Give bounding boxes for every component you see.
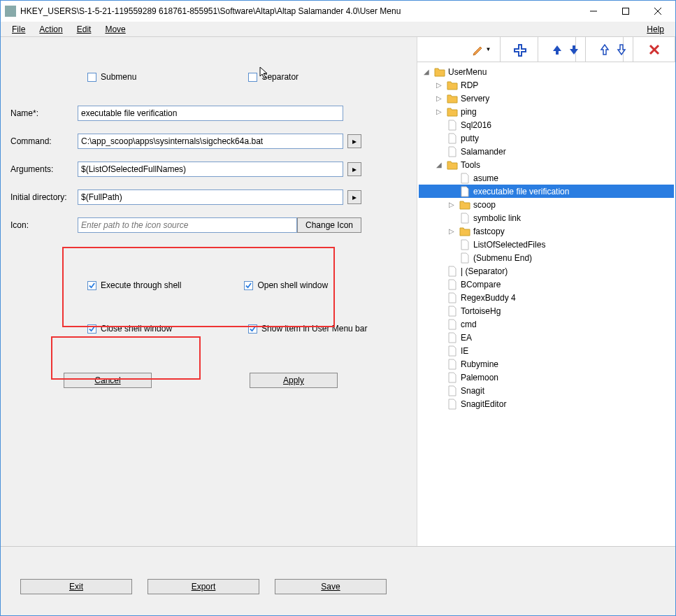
name-input[interactable]	[78, 106, 343, 121]
tree-view[interactable]: ◢UserMenu▷RDP▷Servery▷pingSql2016puttySa…	[417, 62, 675, 546]
expand-icon[interactable]: ▷	[447, 201, 456, 208]
tree-item-label: Servery	[461, 94, 489, 103]
submenu-label: Submenu	[101, 72, 136, 82]
tree-item[interactable]: BCompare	[419, 278, 674, 291]
menu-action[interactable]: Action	[32, 23, 69, 36]
tree-item[interactable]: Sql2016	[419, 118, 674, 131]
show-menubar-checkbox[interactable]: Show item in User Menu bar	[248, 324, 367, 334]
menu-move[interactable]: Move	[98, 23, 132, 36]
submenu-checkbox[interactable]: Submenu	[87, 72, 136, 82]
tree-item-label: ping	[461, 107, 477, 117]
expand-icon[interactable]: ▷	[434, 94, 444, 102]
icon-input[interactable]	[78, 217, 297, 233]
tree-item[interactable]: ▷scoop	[419, 198, 674, 211]
tree-item[interactable]: ◢UserMenu	[419, 65, 674, 78]
command-label: Command:	[10, 136, 78, 146]
tree-item[interactable]: ▷ping	[419, 105, 674, 118]
tree-item-label: executable file verification	[473, 187, 569, 196]
tree-item-label: RegexBuddy 4	[461, 293, 516, 303]
cancel-button[interactable]: Cancel	[64, 373, 152, 388]
titlebar: HKEY_USERS\S-1-5-21-119559289 618761-855…	[1, 1, 675, 22]
close-button[interactable]	[642, 1, 674, 22]
show-menubar-label: Show item in User Menu bar	[261, 324, 367, 334]
exit-button[interactable]: Exit	[20, 579, 132, 594]
command-browse-button[interactable]: ▸	[347, 134, 361, 148]
add-button[interactable]	[501, 37, 538, 62]
expand-icon[interactable]: ▷	[447, 227, 456, 235]
initdir-label: Initial directory:	[10, 192, 78, 202]
close-shell-checkbox[interactable]: Close shell window	[87, 324, 172, 334]
menu-edit[interactable]: Edit	[70, 23, 99, 36]
tree-item-label: asume	[473, 173, 498, 183]
tree-item-label: TortoiseHg	[461, 306, 501, 316]
arguments-input[interactable]	[78, 162, 343, 177]
close-shell-label: Close shell window	[101, 324, 172, 334]
tree-item[interactable]: symbolic link	[419, 211, 674, 224]
window-title: HKEY_USERS\S-1-5-21-119559289 618761-855…	[20, 6, 577, 16]
export-button[interactable]: Export	[148, 579, 259, 594]
tree-item-label: RDP	[461, 80, 478, 90]
app-window: HKEY_USERS\S-1-5-21-119559289 618761-855…	[0, 0, 676, 616]
separator-checkbox[interactable]: Separator	[248, 72, 299, 82]
tree-item[interactable]: SnagitEditor	[419, 397, 674, 410]
exec-shell-label: Execute through shell	[101, 280, 181, 290]
expand-icon[interactable]: ◢	[422, 68, 431, 76]
tree-pane: ▼ ◢UserMenu▷RDP▷Servery▷pingSql2016putty…	[417, 37, 675, 546]
menubar: File Action Edit Move Help	[1, 22, 675, 37]
change-icon-button[interactable]: Change Icon	[297, 217, 361, 233]
tree-item[interactable]: ◢Tools	[419, 158, 674, 171]
tree-item[interactable]: Palemoon	[419, 371, 674, 384]
open-shell-checkbox[interactable]: Open shell window	[244, 280, 328, 290]
apply-button[interactable]: Apply	[250, 373, 338, 388]
open-shell-label: Open shell window	[257, 280, 328, 290]
tree-item-label: UserMenu	[448, 67, 487, 77]
tree-item[interactable]: EA	[419, 331, 674, 344]
command-input[interactable]	[78, 134, 343, 149]
tree-item[interactable]: | (Separator)	[419, 264, 674, 278]
move-down-button[interactable]	[562, 37, 586, 62]
expand-icon[interactable]: ▷	[434, 108, 444, 115]
tree-item-label: Tools	[461, 160, 480, 170]
menu-help[interactable]: Help	[640, 23, 671, 36]
tree-item[interactable]: Salamander	[419, 145, 674, 158]
expand-icon[interactable]: ◢	[434, 161, 444, 169]
tree-item[interactable]: ▷Servery	[419, 92, 674, 105]
tree-item[interactable]: RegexBuddy 4	[419, 291, 674, 304]
initdir-input[interactable]	[78, 189, 343, 205]
tree-item[interactable]: asume	[419, 171, 674, 185]
delete-button[interactable]	[633, 37, 675, 62]
tree-item-label: EA	[461, 333, 472, 343]
bottom-bar: Exit Export Save	[1, 547, 417, 615]
tree-item-label: cmd	[461, 320, 477, 329]
edit-button[interactable]: ▼	[463, 37, 501, 62]
tree-item[interactable]: ListOfSelectedFiles	[419, 238, 674, 251]
expand-icon[interactable]: ▷	[434, 81, 444, 89]
minimize-button[interactable]	[577, 1, 610, 22]
tree-item[interactable]: putty	[419, 131, 674, 145]
exec-shell-checkbox[interactable]: Execute through shell	[87, 280, 181, 290]
tree-item[interactable]: IE	[419, 344, 674, 357]
save-button[interactable]: Save	[275, 579, 387, 594]
tree-item[interactable]: ▷fastcopy	[419, 224, 674, 238]
app-icon	[5, 6, 16, 17]
tree-item[interactable]: TortoiseHg	[419, 304, 674, 317]
menu-file[interactable]: File	[5, 23, 32, 36]
tree-item-label: fastcopy	[473, 227, 505, 236]
tree-item-label: scoop	[473, 200, 496, 210]
arguments-browse-button[interactable]: ▸	[347, 162, 361, 176]
tree-item[interactable]: Snagit	[419, 384, 674, 397]
sort-desc-button[interactable]	[610, 37, 633, 62]
tree-item-label: Salamander	[461, 147, 506, 157]
tree-item[interactable]: executable file verification	[419, 185, 674, 198]
tree-item-label: putty	[461, 134, 479, 143]
tree-item[interactable]: cmd	[419, 317, 674, 331]
initdir-browse-button[interactable]: ▸	[347, 190, 361, 204]
tree-item-label: BCompare	[461, 280, 501, 289]
tree-item[interactable]: Rubymine	[419, 357, 674, 371]
maximize-button[interactable]	[610, 1, 642, 22]
arguments-label: Arguments:	[10, 164, 78, 174]
tree-item[interactable]: ▷RDP	[419, 78, 674, 92]
tree-item-label: | (Separator)	[461, 266, 508, 276]
name-label: Name*:	[10, 108, 78, 118]
tree-item[interactable]: (Submenu End)	[419, 251, 674, 264]
